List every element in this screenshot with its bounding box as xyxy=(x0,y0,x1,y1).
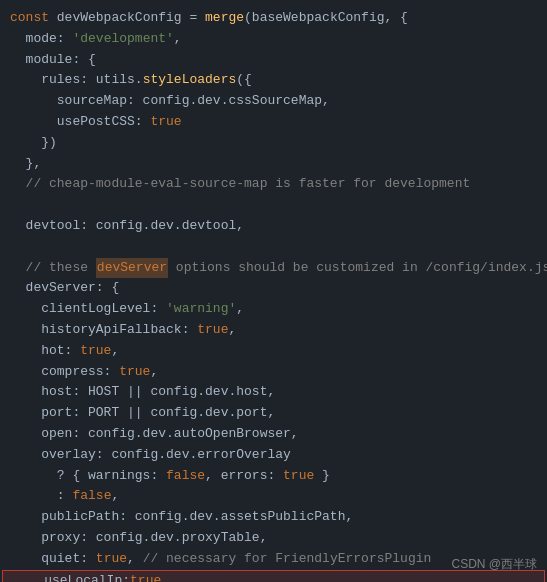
code-line-20: port: PORT || config.dev.port, xyxy=(0,403,547,424)
code-line-5: sourceMap: config.dev.cssSourceMap, xyxy=(0,91,547,112)
code-line-18: compress: true, xyxy=(0,362,547,383)
code-line-8: }, xyxy=(0,154,547,175)
code-line-16: historyApiFallback: true, xyxy=(0,320,547,341)
code-line-17: hot: true, xyxy=(0,341,547,362)
code-line-12 xyxy=(0,237,547,258)
code-line-7: }) xyxy=(0,133,547,154)
code-line-24: : false, xyxy=(0,486,547,507)
code-line-13: // these devServer options should be cus… xyxy=(0,258,547,279)
code-line-10 xyxy=(0,195,547,216)
code-editor: const devWebpackConfig = merge(baseWebpa… xyxy=(0,0,547,582)
code-line-15: clientLogLevel: 'warning', xyxy=(0,299,547,320)
code-line-9: // cheap-module-eval-source-map is faste… xyxy=(0,174,547,195)
code-line-6: usePostCSS: true xyxy=(0,112,547,133)
code-line-19: host: HOST || config.dev.host, xyxy=(0,382,547,403)
watermark: CSDN @西半球 xyxy=(451,555,537,574)
code-line-11: devtool: config.dev.devtool, xyxy=(0,216,547,237)
code-line-3: module: { xyxy=(0,50,547,71)
code-line-1: const devWebpackConfig = merge(baseWebpa… xyxy=(0,8,547,29)
code-line-14: devServer: { xyxy=(0,278,547,299)
code-line-26: proxy: config.dev.proxyTable, xyxy=(0,528,547,549)
code-line-25: publicPath: config.dev.assetsPublicPath, xyxy=(0,507,547,528)
code-line-22: overlay: config.dev.errorOverlay xyxy=(0,445,547,466)
code-line-21: open: config.dev.autoOpenBrowser, xyxy=(0,424,547,445)
code-line-4: rules: utils.styleLoaders({ xyxy=(0,70,547,91)
code-line-23: ? { warnings: false, errors: true } xyxy=(0,466,547,487)
code-line-2: mode: 'development', xyxy=(0,29,547,50)
